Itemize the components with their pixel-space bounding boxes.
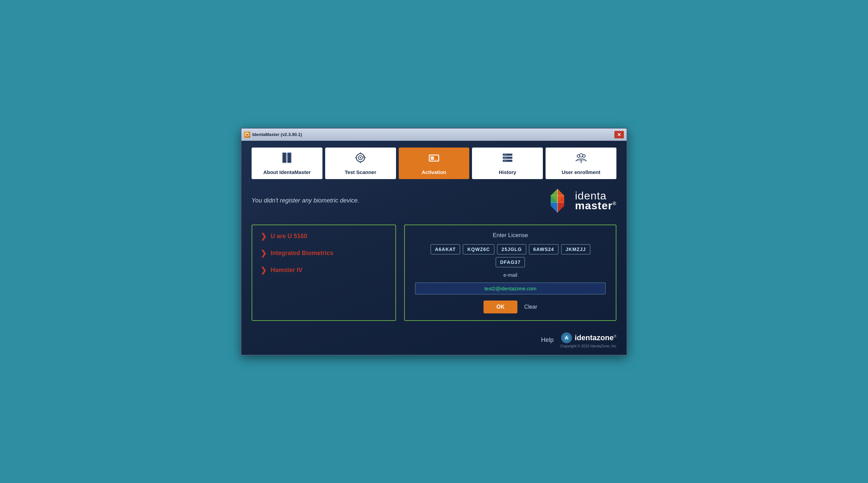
notice-text: You didn't register any biometric device… (252, 197, 359, 204)
tab-about[interactable]: About IdentaMaster (252, 148, 322, 179)
logo-diamond (544, 187, 571, 214)
license-keys: A6AKAT KQWZ6C 25JGLG 6AWS24 JKMZJJ DFAG3… (415, 244, 606, 267)
identazone-icon (561, 332, 572, 343)
svg-rect-3 (288, 153, 291, 162)
window-title: IdentaMaster (v2.3.90.1) (252, 132, 302, 137)
help-link[interactable]: Help (541, 336, 554, 344)
license-panel: Enter License A6AKAT KQWZ6C 25JGLG 6AWS2… (404, 225, 616, 321)
tab-history-label: History (499, 169, 516, 175)
license-key-4: JKMZJJ (561, 244, 590, 254)
logo-area: identa master® (544, 187, 616, 214)
svg-rect-2 (283, 153, 286, 162)
footer: Help identazone® (252, 328, 616, 348)
tab-enrollment-label: User enrollment (561, 169, 600, 175)
copyright-text: Copyright © 2015 IdentaZone, Inc (560, 344, 616, 348)
scanner-icon (354, 152, 367, 167)
chevron-icon-0: ❯ (260, 232, 267, 241)
identazone-name: identazone® (561, 332, 616, 343)
email-input[interactable] (415, 283, 606, 294)
chevron-icon-1: ❯ (260, 249, 267, 258)
main-window: IdentaMaster (v2.3.90.1) ✕ (241, 128, 627, 355)
svg-rect-16 (431, 156, 434, 160)
chevron-icon-2: ❯ (260, 266, 267, 275)
license-key-2: 25JGLG (497, 244, 526, 254)
tab-about-label: About IdentaMaster (263, 169, 311, 175)
app-icon (244, 132, 250, 138)
tab-activation[interactable]: Activation (399, 148, 470, 179)
license-key-1: KQWZ6C (463, 244, 494, 254)
license-key-5: DFAG37 (496, 257, 525, 267)
title-bar-left: IdentaMaster (v2.3.90.1) (244, 132, 302, 138)
tab-history[interactable]: History (472, 148, 543, 179)
enrollment-icon (575, 152, 587, 167)
top-section: You didn't register any biometric device… (252, 187, 616, 218)
tab-activation-label: Activation (422, 169, 447, 175)
svg-rect-0 (245, 133, 249, 136)
title-bar: IdentaMaster (v2.3.90.1) ✕ (241, 129, 627, 141)
activation-icon (428, 152, 440, 167)
about-icon (281, 152, 293, 167)
device-name-0: U are U 5160 (271, 233, 307, 240)
main-area: You didn't register any biometric device… (252, 187, 616, 348)
license-key-3: 6AWS24 (529, 244, 558, 254)
device-item-1[interactable]: ❯ Integrated Biometrics (260, 249, 387, 258)
svg-rect-22 (504, 157, 507, 158)
ok-button[interactable]: OK (484, 301, 517, 313)
svg-point-9 (360, 157, 361, 158)
bottom-section: ❯ U are U 5160 ❯ Integrated Biometrics ❯… (252, 225, 616, 321)
logo-text: identa master® (575, 190, 616, 212)
close-button[interactable]: ✕ (614, 131, 624, 138)
tab-enrollment[interactable]: User enrollment (546, 148, 616, 179)
license-key-0: A6AKAT (431, 244, 460, 254)
history-icon (501, 152, 514, 167)
identazone-text: identazone® (575, 333, 616, 342)
device-panel: ❯ U are U 5160 ❯ Integrated Biometrics ❯… (252, 225, 396, 321)
device-name-1: Integrated Biometrics (271, 250, 333, 257)
clear-button[interactable]: Clear (524, 304, 537, 310)
identazone-logo: identazone® Copyright © 2015 IdentaZone,… (560, 332, 616, 348)
logo-master: master® (575, 199, 616, 212)
window-content: About IdentaMaster Test Sc (241, 141, 627, 355)
device-item-0[interactable]: ❯ U are U 5160 (260, 232, 387, 241)
email-label: e-mail (504, 272, 517, 278)
nav-tabs: About IdentaMaster Test Sc (252, 148, 616, 179)
svg-rect-23 (504, 160, 507, 161)
button-row: OK Clear (484, 301, 537, 313)
svg-rect-21 (504, 154, 507, 155)
device-name-2: Hamster IV (271, 267, 302, 274)
license-title: Enter License (493, 232, 528, 239)
tab-scanner-label: Test Scanner (345, 169, 376, 175)
svg-rect-1 (246, 133, 248, 134)
device-item-2[interactable]: ❯ Hamster IV (260, 266, 387, 275)
svg-line-14 (363, 156, 364, 158)
tab-scanner[interactable]: Test Scanner (325, 148, 396, 179)
